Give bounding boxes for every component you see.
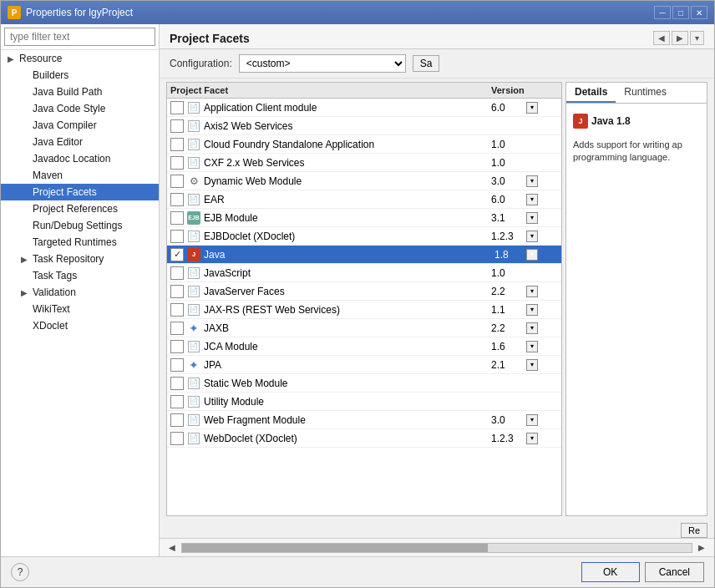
facet-checkbox[interactable]	[170, 358, 184, 372]
version-dropdown-button[interactable]: ▾	[526, 359, 538, 371]
forward-button[interactable]: ▶	[672, 31, 688, 45]
version-dropdown-button[interactable]: ▾	[526, 286, 538, 297]
facet-version: 2.1▾	[491, 359, 558, 371]
sidebar-item-wikitext[interactable]: WikiText	[1, 301, 159, 317]
tab-details[interactable]: Details	[566, 83, 616, 103]
sidebar-item-label-xdoclet: XDoclet	[33, 320, 68, 332]
sidebar-item-resource[interactable]: ▶Resource	[1, 50, 159, 67]
facet-icon: 📄	[187, 138, 200, 151]
facet-icon: 📄	[187, 377, 200, 390]
version-dropdown-button[interactable]: ▾	[526, 322, 538, 334]
version-dropdown-button[interactable]: ▾	[526, 249, 538, 261]
facet-icon: ✦	[187, 322, 200, 335]
facet-name: Cloud Foundry Standalone Application	[204, 139, 491, 150]
version-dropdown-button[interactable]: ▾	[526, 414, 538, 426]
facet-row[interactable]: 📄Static Web Module	[167, 374, 561, 393]
facet-checkbox[interactable]	[170, 119, 184, 133]
close-button[interactable]: ✕	[691, 6, 707, 19]
version-dropdown-button[interactable]: ▾	[526, 341, 538, 352]
facet-checkbox[interactable]	[170, 340, 184, 353]
version-dropdown-button[interactable]: ▾	[526, 175, 538, 187]
scroll-right-arrow[interactable]: ▶	[696, 543, 707, 552]
h-scroll-track[interactable]	[181, 543, 692, 553]
sidebar-item-javadoc-location[interactable]: Javadoc Location	[1, 150, 159, 167]
sidebar-item-project-facets[interactable]: Project Facets	[1, 184, 159, 200]
facet-checkbox[interactable]	[170, 230, 184, 243]
version-value: 2.2	[491, 322, 525, 334]
sidebar-item-maven[interactable]: Maven	[1, 167, 159, 184]
help-button[interactable]: ?	[11, 563, 29, 581]
facet-checkbox[interactable]	[170, 193, 184, 206]
dialog-body: ▶Resource Builders Java Build Path Java …	[1, 24, 714, 556]
sidebar-item-task-tags[interactable]: Task Tags	[1, 267, 159, 284]
sidebar-item-targeted-runtimes[interactable]: Targeted Runtimes	[1, 234, 159, 251]
facet-row[interactable]: 📄JAX-RS (REST Web Services)1.1▾	[167, 301, 561, 319]
facet-name: Axis2 Web Services	[204, 120, 491, 132]
facet-checkbox[interactable]	[170, 248, 184, 261]
minimize-button[interactable]: ─	[654, 6, 671, 19]
facet-row[interactable]: 📄Cloud Foundry Standalone Application1.0	[167, 135, 561, 154]
dropdown-button[interactable]: ▾	[690, 31, 704, 45]
sidebar-item-java-editor[interactable]: Java Editor	[1, 134, 159, 150]
facet-version: 2.2▾	[491, 322, 558, 334]
facet-checkbox[interactable]	[170, 101, 184, 114]
restore-defaults-button[interactable]: Re	[681, 523, 707, 538]
version-dropdown-button[interactable]: ▾	[526, 231, 538, 242]
version-dropdown-button[interactable]: ▾	[526, 102, 538, 114]
details-content: J Java 1.8 Adds support for writing ap p…	[566, 104, 707, 515]
facet-row[interactable]: 📄CXF 2.x Web Services1.0	[167, 154, 561, 172]
cancel-button[interactable]: Cancel	[645, 562, 704, 582]
facet-row[interactable]: 📄WebDoclet (XDoclet)1.2.3▾	[167, 429, 561, 448]
scroll-left-arrow[interactable]: ◀	[166, 543, 178, 552]
facet-checkbox[interactable]	[170, 156, 184, 170]
sidebar-item-builders[interactable]: Builders	[1, 67, 159, 84]
facet-row[interactable]: ✦JPA2.1▾	[167, 356, 561, 374]
facet-checkbox[interactable]	[170, 395, 184, 408]
version-dropdown-button[interactable]: ▾	[526, 433, 538, 444]
sidebar-item-label-task-tags: Task Tags	[33, 270, 77, 281]
sidebar-item-xdoclet[interactable]: XDoclet	[1, 317, 159, 334]
sidebar-item-label-targeted-runtimes: Targeted Runtimes	[33, 236, 117, 248]
facet-row[interactable]: JJava1.8▾	[167, 246, 561, 264]
facet-row[interactable]: ⚙Dynamic Web Module3.0▾	[167, 172, 561, 190]
facet-row[interactable]: 📄JCA Module1.6▾	[167, 337, 561, 356]
facet-row[interactable]: 📄Axis2 Web Services	[167, 117, 561, 135]
search-input[interactable]	[4, 28, 155, 46]
facet-checkbox[interactable]	[170, 285, 184, 298]
save-button[interactable]: Sa	[413, 55, 440, 72]
facet-checkbox[interactable]	[170, 175, 184, 188]
sidebar-item-java-code-style[interactable]: Java Code Style	[1, 100, 159, 117]
maximize-button[interactable]: □	[672, 6, 689, 19]
sidebar-item-java-build-path[interactable]: Java Build Path	[1, 84, 159, 100]
sidebar-item-task-repository[interactable]: ▶Task Repository	[1, 251, 159, 267]
facet-row[interactable]: 📄EJBDoclet (XDoclet)1.2.3▾	[167, 227, 561, 246]
facet-checkbox[interactable]	[170, 322, 184, 335]
facet-checkbox[interactable]	[170, 377, 184, 390]
sidebar-item-run-debug-settings[interactable]: Run/Debug Settings	[1, 217, 159, 234]
sidebar-item-java-compiler[interactable]: Java Compiler	[1, 117, 159, 134]
facet-name: CXF 2.x Web Services	[204, 157, 491, 169]
facet-checkbox[interactable]	[170, 432, 184, 445]
facet-row[interactable]: 📄JavaServer Faces2.2▾	[167, 282, 561, 301]
sidebar-item-project-references[interactable]: Project References	[1, 200, 159, 217]
config-select[interactable]: <custom>	[239, 54, 406, 73]
facet-checkbox[interactable]	[170, 413, 184, 427]
facet-checkbox[interactable]	[170, 211, 184, 225]
facet-checkbox[interactable]	[170, 138, 184, 151]
facet-row[interactable]: ✦JAXB2.2▾	[167, 319, 561, 337]
tab-runtimes[interactable]: Runtimes	[616, 83, 675, 103]
version-dropdown-button[interactable]: ▾	[526, 212, 538, 224]
facet-row[interactable]: EJBEJB Module3.1▾	[167, 209, 561, 227]
facet-row[interactable]: 📄EAR6.0▾	[167, 190, 561, 209]
version-dropdown-button[interactable]: ▾	[526, 194, 538, 205]
version-dropdown-button[interactable]: ▾	[526, 304, 538, 316]
facet-row[interactable]: 📄Application Client module6.0▾	[167, 99, 561, 117]
facet-checkbox[interactable]	[170, 303, 184, 317]
facet-row[interactable]: 📄Web Fragment Module3.0▾	[167, 411, 561, 429]
sidebar-item-validation[interactable]: ▶Validation	[1, 284, 159, 301]
back-button[interactable]: ◀	[653, 31, 670, 45]
facet-row[interactable]: 📄Utility Module	[167, 393, 561, 411]
ok-button[interactable]: OK	[581, 562, 640, 582]
facet-checkbox[interactable]	[170, 266, 184, 280]
facet-row[interactable]: 📄JavaScript1.0	[167, 264, 561, 282]
